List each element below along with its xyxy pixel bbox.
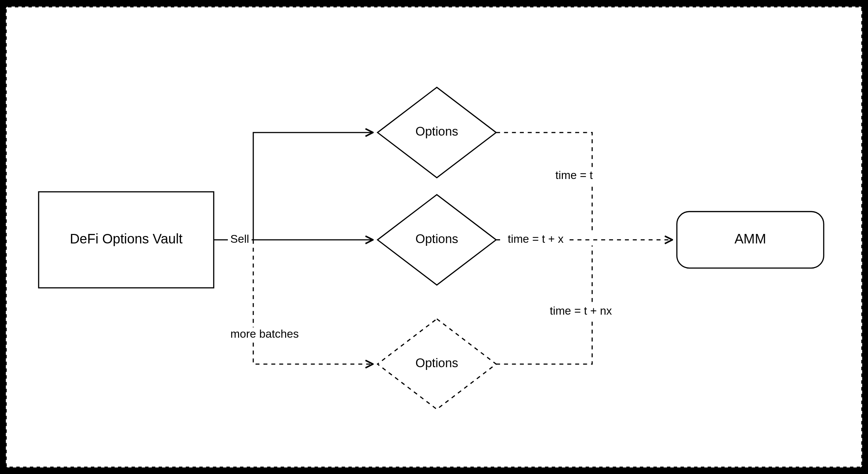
node-options-1-label: Options	[415, 125, 458, 139]
edge-time-t-label: time = t	[555, 169, 593, 181]
node-options-2-label: Options	[415, 232, 458, 246]
node-amm-label: AMM	[734, 231, 766, 246]
edge-sell-label: Sell	[230, 233, 249, 245]
node-amm: AMM	[677, 212, 824, 268]
node-vault-label: DeFi Options Vault	[70, 231, 182, 246]
edge-time-tx-label: time = t + x	[508, 233, 564, 245]
node-vault: DeFi Options Vault	[39, 192, 214, 288]
diagram-canvas: DeFi Options Vault Options Options Optio…	[5, 5, 863, 469]
edge-time-tnx-label: time = t + nx	[550, 304, 612, 317]
edge-more-batches-label: more batches	[230, 328, 299, 340]
node-options-3-label: Options	[415, 356, 458, 370]
